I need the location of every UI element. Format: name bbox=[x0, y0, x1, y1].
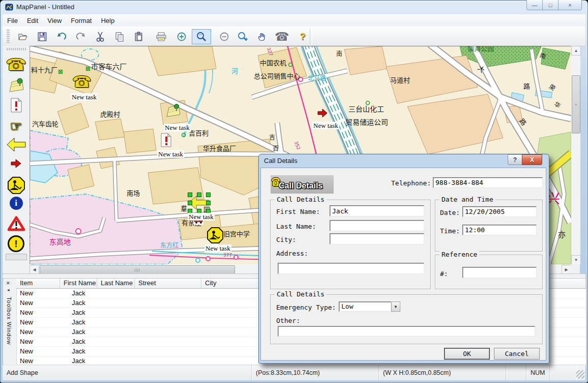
info-tool[interactable]: i bbox=[3, 197, 30, 210]
date-input[interactable] bbox=[462, 206, 537, 217]
table-cell: Jack bbox=[60, 347, 97, 356]
title-bar[interactable]: MapPanel - Untitled — □ × bbox=[0, 0, 588, 14]
redo-button[interactable] bbox=[73, 29, 89, 44]
selection-handle[interactable] bbox=[188, 201, 192, 205]
close-button[interactable]: × bbox=[558, 0, 582, 10]
emergency-type-label: Emergency Type: bbox=[276, 304, 336, 311]
undo-button[interactable] bbox=[53, 29, 70, 44]
panel-close-icon[interactable]: × bbox=[6, 280, 10, 287]
note-task-tool[interactable] bbox=[3, 76, 30, 94]
table-cell bbox=[135, 327, 201, 337]
call-details-group-label: Call Details bbox=[275, 196, 327, 203]
map-label: 镇海公园 bbox=[467, 46, 494, 52]
zoom-window-button[interactable] bbox=[234, 29, 251, 44]
horizontal-scroll-thumb[interactable]: |||| bbox=[40, 265, 235, 274]
map-marker-selected-arrow[interactable] bbox=[188, 193, 210, 213]
toolbar-gripper[interactable] bbox=[7, 30, 10, 43]
help-button[interactable]: ? bbox=[295, 29, 311, 44]
city-input[interactable] bbox=[330, 233, 424, 244]
map-label: 路 bbox=[523, 83, 530, 90]
time-label: Time: bbox=[440, 227, 460, 235]
cancel-button[interactable]: Cancel bbox=[494, 348, 540, 360]
save-button[interactable] bbox=[34, 29, 50, 44]
alert-document-tool[interactable] bbox=[3, 98, 30, 113]
magnifier-button[interactable] bbox=[192, 29, 211, 44]
last-name-input[interactable] bbox=[330, 220, 424, 231]
first-name-input[interactable] bbox=[330, 205, 424, 216]
ok-button[interactable]: OK bbox=[444, 348, 490, 360]
map-label: 市客车六厂 bbox=[91, 63, 127, 71]
map-vertical-scrollbar[interactable]: ▲ ≡ ▼ bbox=[571, 46, 580, 264]
table-cell: New bbox=[16, 289, 60, 298]
selection-handle[interactable] bbox=[206, 193, 211, 197]
map-label: 虎殿村 bbox=[100, 111, 120, 118]
shape-toolbar-gripper[interactable] bbox=[7, 48, 26, 50]
dialog-body: ☎ Call Details Telephone: Call Details F… bbox=[260, 168, 546, 361]
warning-triangle-tool[interactable] bbox=[3, 216, 30, 231]
menu-format[interactable]: Format bbox=[66, 15, 96, 26]
menu-view[interactable]: View bbox=[43, 15, 66, 26]
minimize-button[interactable]: — bbox=[526, 0, 543, 10]
menu-help[interactable]: Help bbox=[96, 15, 119, 26]
map-label: 华升食品厂 bbox=[203, 145, 236, 152]
dialog-help-button[interactable]: ? bbox=[508, 154, 522, 165]
combo-dropdown-icon[interactable]: ▼ bbox=[391, 302, 400, 312]
cut-button[interactable] bbox=[92, 29, 108, 44]
side-toolbar-handle[interactable] bbox=[6, 254, 27, 260]
selection-handle[interactable] bbox=[197, 193, 201, 197]
map-marker-phone[interactable]: ☎ bbox=[72, 73, 91, 91]
zoom-in-button[interactable] bbox=[173, 29, 190, 44]
print-button[interactable] bbox=[153, 29, 169, 44]
status-bar: Add Shape (Pos:8.33cm,10.74cm) (W X H:0.… bbox=[3, 365, 585, 380]
column-header-last-name[interactable]: Last Name bbox=[97, 279, 135, 288]
map-marker-label: New task bbox=[312, 122, 339, 129]
map-marker-note[interactable] bbox=[165, 102, 182, 121]
menu-edit[interactable]: Edit bbox=[22, 15, 43, 26]
phone-button[interactable]: ☎ bbox=[271, 29, 292, 44]
panel-collapse-icon[interactable]: ◂ bbox=[7, 287, 10, 292]
reference-input[interactable] bbox=[462, 267, 537, 278]
scroll-up-button[interactable]: ▲ bbox=[571, 46, 581, 56]
pointer-hand-tool[interactable]: ☞ bbox=[3, 118, 30, 134]
telephone-label: Telephone: bbox=[391, 179, 431, 187]
emergency-type-select[interactable]: Low ▼ bbox=[339, 302, 400, 312]
arrow-right-tool[interactable] bbox=[3, 159, 30, 168]
dialog-close-button[interactable]: X bbox=[522, 154, 542, 165]
selection-handle[interactable] bbox=[206, 201, 211, 205]
map-marker-label: New task bbox=[188, 213, 215, 221]
column-header-item[interactable]: Item bbox=[16, 279, 60, 288]
maximize-button[interactable]: □ bbox=[542, 0, 558, 10]
selection-handle[interactable] bbox=[188, 193, 192, 197]
vertical-scroll-thumb[interactable]: ≡ bbox=[572, 75, 580, 133]
alert-circle-tool[interactable]: ! bbox=[3, 235, 30, 252]
phone-task-tool[interactable]: ☎ bbox=[3, 55, 30, 74]
resize-grip[interactable] bbox=[576, 370, 584, 378]
telephone-input[interactable] bbox=[433, 177, 543, 188]
address-input[interactable] bbox=[278, 263, 424, 274]
copy-button[interactable] bbox=[111, 29, 128, 44]
other-input[interactable] bbox=[278, 326, 535, 337]
open-button[interactable] bbox=[15, 29, 31, 44]
menu-file[interactable]: File bbox=[3, 15, 22, 26]
address-label: Address: bbox=[276, 250, 308, 257]
table-cell bbox=[97, 298, 135, 308]
map-marker-doc[interactable] bbox=[161, 133, 171, 149]
map-marker-roadworks[interactable] bbox=[207, 227, 224, 246]
application-window: MapPanel - Untitled — □ × File Edit View… bbox=[0, 0, 588, 383]
map-label: 南场 bbox=[127, 190, 140, 197]
arrow-left-tool[interactable] bbox=[3, 138, 30, 152]
column-header-first-name[interactable]: First Name bbox=[60, 279, 97, 288]
pan-button[interactable] bbox=[254, 29, 270, 44]
window-title: MapPanel - Untitled bbox=[16, 3, 74, 11]
column-header-street[interactable]: Street bbox=[135, 279, 201, 288]
time-input[interactable] bbox=[462, 225, 537, 235]
map-marker-red-arrow[interactable] bbox=[317, 108, 328, 120]
map-label: 南 bbox=[336, 51, 342, 58]
map-label: 东高地 bbox=[49, 238, 71, 246]
zoom-out-button[interactable] bbox=[216, 29, 232, 44]
roadworks-tool[interactable] bbox=[3, 176, 30, 195]
paste-button[interactable] bbox=[131, 29, 147, 44]
map-label: 三台山化工 bbox=[348, 105, 384, 113]
dialog-title-bar[interactable]: Call Details ? X bbox=[259, 154, 549, 168]
table-cell bbox=[97, 347, 135, 356]
